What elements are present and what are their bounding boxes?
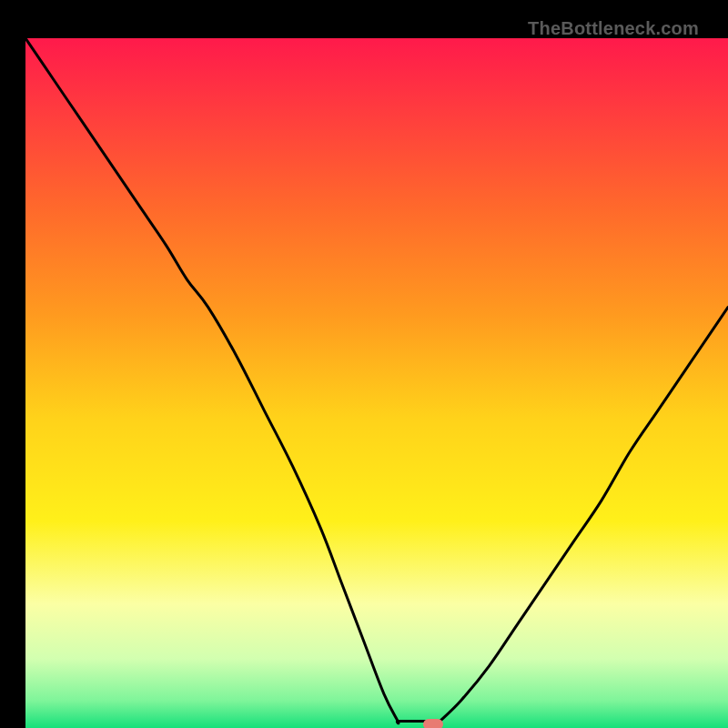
plot-svg — [25, 38, 728, 728]
watermark-text: TheBottleneck.com — [528, 18, 699, 39]
gradient-background — [25, 38, 728, 728]
chart-frame: TheBottleneck.com — [13, 13, 715, 715]
minimum-marker — [423, 719, 443, 728]
plot-area — [25, 38, 728, 728]
